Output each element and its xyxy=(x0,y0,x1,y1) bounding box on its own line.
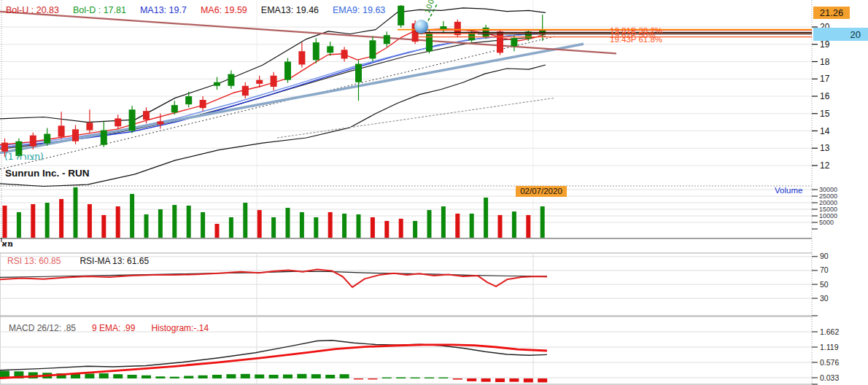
legend-ema9: EMA9: 19.63 xyxy=(333,6,385,15)
svg-text:0.033: 0.033 xyxy=(820,373,839,382)
current-price-badge: 20 xyxy=(813,28,868,41)
svg-text:12: 12 xyxy=(820,160,830,171)
svg-text:30: 30 xyxy=(820,294,829,303)
svg-text:15: 15 xyxy=(820,109,830,119)
symbol-label: Sunrun Inc. - RUN xyxy=(5,168,90,179)
indicator-legend: Bol-U : 20.83 Bol-D : 17.81 MA13: 19.7 M… xyxy=(6,6,385,15)
macd-plot xyxy=(0,341,547,383)
svg-text:18: 18 xyxy=(820,57,830,67)
fib-retracement-lines[interactable] xyxy=(398,30,812,37)
svg-text:16: 16 xyxy=(820,91,830,101)
volume-bars xyxy=(3,187,545,238)
svg-text:0.576: 0.576 xyxy=(820,358,839,367)
rsi-header: RSI 13: 60.85 RSI-MA 13: 61.65 xyxy=(7,257,149,265)
legend-bol-u: Bol-U : 20.83 xyxy=(6,6,59,15)
svg-text:90: 90 xyxy=(820,252,829,260)
volume-pane-label: Volume xyxy=(775,187,802,195)
rsi-ma-value-label: RSI-MA 13: 61.65 xyxy=(80,257,149,265)
rsi-value-label: RSI 13: 60.85 xyxy=(7,257,61,265)
svg-text:13: 13 xyxy=(820,143,830,153)
high-price-badge: 21.26 xyxy=(813,7,850,19)
svg-text:50: 50 xyxy=(820,280,829,289)
svg-text:14: 14 xyxy=(820,126,830,136)
charting-app-window: 2019181716151413123000025000200001500010… xyxy=(0,0,868,385)
svg-text:1.662: 1.662 xyxy=(820,327,839,336)
legend-bol-d: Bol-D : 17.81 xyxy=(73,6,126,15)
marker-sphere[interactable] xyxy=(414,20,428,34)
svg-text:17: 17 xyxy=(820,74,830,84)
svg-text:5000: 5000 xyxy=(819,219,834,226)
date-annotation-badge[interactable]: 02/07/2020 xyxy=(516,186,567,197)
fib-label-618[interactable]: 19.43P 61.8% xyxy=(610,36,662,44)
trendline-config-label[interactable]: (תצורה 1) xyxy=(4,152,44,161)
macd-histogram-value-label: Histogram:-.14 xyxy=(151,324,209,332)
macd-value-label: MACD 26/12: .85 xyxy=(9,324,76,332)
svg-text:1.119: 1.119 xyxy=(820,343,839,351)
macd-ema-value-label: 9 EMA: .99 xyxy=(92,324,135,332)
legend-ema13: EMA13: 19.46 xyxy=(261,6,319,15)
macd-header: MACD 26/12: .85 9 EMA: .99 Histogram:-.1… xyxy=(9,324,209,332)
legend-ma13: MA13: 19.7 xyxy=(140,6,187,15)
svg-text:70: 70 xyxy=(820,265,829,274)
x-axis-left-label: מא xyxy=(1,240,13,248)
legend-ma6: MA6: 19.59 xyxy=(201,6,247,15)
